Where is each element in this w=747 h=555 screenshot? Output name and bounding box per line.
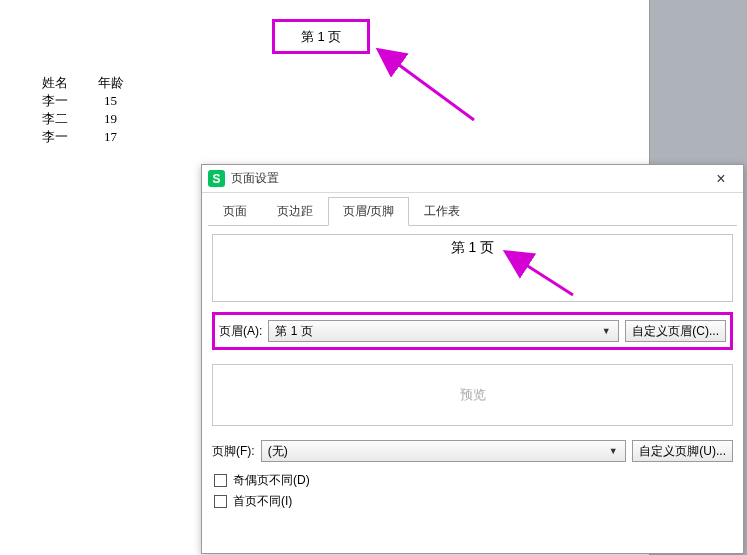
svg-line-3 bbox=[523, 263, 573, 295]
preview-placeholder-text: 预览 bbox=[460, 386, 486, 404]
first-page-different-option[interactable]: 首页不同(I) bbox=[214, 493, 733, 510]
custom-footer-button-label: 自定义页脚(U)... bbox=[639, 443, 726, 460]
annotation-page-number: 第 1 页 bbox=[272, 19, 370, 54]
sheet-table: 姓名 年龄 李一 15 李二 19 李一 17 bbox=[42, 74, 138, 146]
tab-label: 页边距 bbox=[277, 204, 313, 218]
first-page-different-label: 首页不同(I) bbox=[233, 493, 292, 510]
custom-header-button-label: 自定义页眉(C)... bbox=[632, 323, 719, 340]
header-combo-value: 第 1 页 bbox=[275, 323, 312, 340]
tabstrip: 页面 页边距 页眉/页脚 工作表 bbox=[202, 193, 743, 226]
cell-age: 15 bbox=[98, 92, 138, 110]
tab-page[interactable]: 页面 bbox=[208, 197, 262, 226]
tab-label: 页眉/页脚 bbox=[343, 204, 394, 218]
dialog-body: 第 1 页 页眉(A): 第 1 页 ▼ 自定义页眉(C)... bbox=[202, 226, 743, 553]
tab-label: 页面 bbox=[223, 204, 247, 218]
cell-name: 李一 bbox=[42, 128, 98, 146]
close-icon: × bbox=[716, 170, 725, 188]
dialog-title: 页面设置 bbox=[231, 170, 703, 187]
chevron-down-icon: ▼ bbox=[605, 441, 621, 461]
wps-logo-icon: S bbox=[208, 170, 225, 187]
cell-name: 李一 bbox=[42, 92, 98, 110]
header-preview-box: 第 1 页 bbox=[212, 234, 733, 302]
annotation-header-row: 页眉(A): 第 1 页 ▼ 自定义页眉(C)... bbox=[212, 312, 733, 350]
custom-header-button[interactable]: 自定义页眉(C)... bbox=[625, 320, 726, 342]
custom-footer-button[interactable]: 自定义页脚(U)... bbox=[632, 440, 733, 462]
tab-label: 工作表 bbox=[424, 204, 460, 218]
footer-preview-box: 预览 bbox=[212, 364, 733, 426]
checkbox-icon bbox=[214, 474, 227, 487]
footer-combo[interactable]: (无) ▼ bbox=[261, 440, 627, 462]
odd-even-different-option[interactable]: 奇偶页不同(D) bbox=[214, 472, 733, 489]
table-header-row: 姓名 年龄 bbox=[42, 74, 138, 92]
page-setup-dialog: S 页面设置 × 页面 页边距 页眉/页脚 工作表 第 1 页 页眉(A): bbox=[201, 164, 744, 554]
header-combo[interactable]: 第 1 页 ▼ bbox=[268, 320, 619, 342]
chevron-down-icon: ▼ bbox=[598, 321, 614, 341]
page-number-text: 第 1 页 bbox=[301, 28, 341, 46]
table-row: 李二 19 bbox=[42, 110, 138, 128]
footer-field-label: 页脚(F): bbox=[212, 443, 255, 460]
col-header-age: 年龄 bbox=[98, 74, 138, 92]
odd-even-different-label: 奇偶页不同(D) bbox=[233, 472, 310, 489]
tab-header-footer[interactable]: 页眉/页脚 bbox=[328, 197, 409, 226]
dialog-titlebar: S 页面设置 × bbox=[202, 165, 743, 193]
checkbox-icon bbox=[214, 495, 227, 508]
header-field-label: 页眉(A): bbox=[219, 323, 262, 340]
col-header-name: 姓名 bbox=[42, 74, 98, 92]
footer-combo-value: (无) bbox=[268, 443, 288, 460]
table-row: 李一 15 bbox=[42, 92, 138, 110]
annotation-arrow-preview bbox=[213, 235, 732, 301]
tab-sheet[interactable]: 工作表 bbox=[409, 197, 475, 226]
close-button[interactable]: × bbox=[703, 166, 739, 192]
cell-age: 19 bbox=[98, 110, 138, 128]
table-row: 李一 17 bbox=[42, 128, 138, 146]
cell-name: 李二 bbox=[42, 110, 98, 128]
cell-age: 17 bbox=[98, 128, 138, 146]
tab-margins[interactable]: 页边距 bbox=[262, 197, 328, 226]
footer-row: 页脚(F): (无) ▼ 自定义页脚(U)... bbox=[212, 440, 733, 462]
